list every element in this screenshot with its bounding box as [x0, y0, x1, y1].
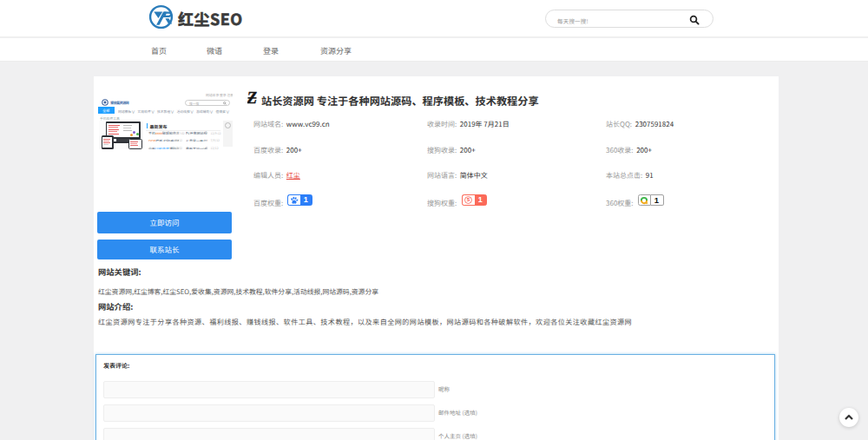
svg-text:S: S: [467, 197, 470, 202]
